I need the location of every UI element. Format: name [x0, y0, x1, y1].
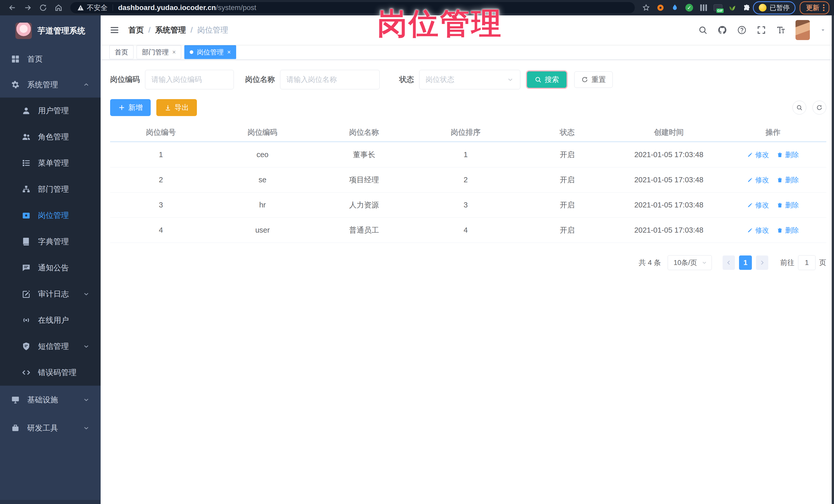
del-icon: [777, 227, 783, 234]
sidebar-item-dashboard[interactable]: 首页: [0, 46, 101, 72]
post-name-input[interactable]: [280, 70, 380, 89]
cell-id: 2: [110, 176, 212, 184]
sidebar-item-label: 系统管理: [27, 80, 58, 90]
delete-link[interactable]: 删除: [777, 200, 799, 210]
sidebar-item-label: 角色管理: [38, 132, 69, 142]
close-tab-icon[interactable]: ×: [227, 49, 231, 55]
hide-search-button[interactable]: [792, 101, 806, 114]
sidebar-item-dept[interactable]: 部门管理: [0, 176, 101, 202]
help-icon[interactable]: [737, 25, 747, 35]
home-icon[interactable]: [53, 3, 64, 13]
table-row: 4user普通员工4开启2021-01-05 17:03:48修改删除: [110, 218, 826, 243]
delete-link[interactable]: 删除: [777, 150, 799, 159]
sidebar-item-online[interactable]: 在线用户: [0, 307, 101, 333]
cell-status: 开启: [517, 225, 618, 236]
security-label[interactable]: 不安全: [87, 3, 108, 12]
font-size-icon[interactable]: [776, 25, 786, 35]
post-code-input[interactable]: [145, 70, 234, 89]
sidebar-item-menu[interactable]: 菜单管理: [0, 150, 101, 176]
user-avatar[interactable]: [795, 20, 810, 40]
browser-menu-icon[interactable]: [823, 4, 825, 11]
status-select-placeholder: 岗位状态: [425, 75, 454, 85]
table-row: 2se项目经理2开启2021-01-05 17:03:48修改删除: [110, 168, 826, 193]
profile-paused-badge[interactable]: 已暂停: [753, 1, 795, 14]
sidebar-item-gear[interactable]: 系统管理: [0, 72, 101, 97]
cell-sort: 1: [415, 151, 517, 159]
scrollbar-track[interactable]: [832, 16, 834, 504]
extension-sliders-icon[interactable]: [699, 3, 708, 12]
page-unit-label: 页: [819, 258, 826, 267]
extension-leaf-icon[interactable]: [728, 3, 737, 12]
hamburger-icon[interactable]: [109, 25, 119, 35]
reload-icon[interactable]: [38, 3, 48, 13]
extension-puzzle-icon[interactable]: [742, 3, 751, 12]
forward-icon[interactable]: [23, 3, 33, 13]
extension-pin-icon[interactable]: [670, 3, 679, 12]
delete-link-label: 删除: [785, 175, 799, 184]
reset-button[interactable]: 重置: [574, 71, 613, 88]
close-tab-icon[interactable]: ×: [172, 49, 176, 55]
sidebar-item-label: 错误码管理: [38, 367, 76, 378]
sidebar-item-user[interactable]: 用户管理: [0, 97, 101, 124]
column-header: 岗位编码: [212, 127, 313, 138]
dashboard-icon: [11, 54, 20, 64]
delete-link[interactable]: 删除: [777, 175, 799, 184]
sms-icon: [22, 342, 31, 351]
page-tab-0[interactable]: 首页: [109, 45, 133, 59]
table-row: 1ceo董事长1开启2021-01-05 17:03:48修改删除: [110, 142, 826, 168]
browser-update-button[interactable]: 更新: [799, 1, 829, 14]
paused-label: 已暂停: [770, 3, 790, 12]
sidebar-item-infra[interactable]: 基础设施: [0, 386, 101, 414]
url-host[interactable]: dashboard.yudao.iocoder.cn: [118, 4, 216, 12]
sidebar-item-post[interactable]: 岗位管理: [0, 202, 101, 228]
delete-link[interactable]: 删除: [777, 226, 799, 235]
search-button[interactable]: 搜索: [527, 71, 567, 88]
edit-link[interactable]: 修改: [747, 175, 769, 184]
extension-check-icon[interactable]: ✓: [685, 3, 694, 12]
page-size-select[interactable]: 10条/页: [668, 255, 712, 270]
fullscreen-icon[interactable]: [756, 25, 766, 35]
row-actions: 修改删除: [720, 150, 826, 159]
goto-page-input[interactable]: [798, 255, 815, 270]
add-button[interactable]: 新增: [110, 99, 151, 116]
extension-orange-icon[interactable]: [656, 3, 665, 12]
column-header: 状态: [517, 127, 618, 138]
cell-name: 人力资源: [313, 200, 415, 210]
bookmark-star-icon[interactable]: [641, 3, 651, 12]
edit-link[interactable]: 修改: [747, 226, 769, 235]
sidebar-item-notice[interactable]: 通知公告: [0, 255, 101, 281]
refresh-table-button[interactable]: [812, 101, 826, 114]
sidebar-item-tools[interactable]: 研发工具: [0, 414, 101, 442]
divider: [113, 4, 113, 11]
sidebar-item-dict[interactable]: 字典管理: [0, 228, 101, 255]
page-tab-2[interactable]: 岗位管理×: [184, 45, 236, 59]
edit-link[interactable]: 修改: [747, 150, 769, 159]
status-select[interactable]: 岗位状态: [419, 70, 520, 89]
app-logo-row[interactable]: 芋道管理系统: [0, 16, 101, 46]
next-page-button[interactable]: [756, 256, 768, 270]
edit-link[interactable]: 修改: [747, 200, 769, 210]
chevron-down-icon[interactable]: [820, 27, 826, 34]
breadcrumb-system[interactable]: 系统管理: [155, 25, 186, 36]
back-icon[interactable]: [7, 3, 18, 13]
breadcrumb-home[interactable]: 首页: [128, 25, 144, 36]
sidebar-item-audit[interactable]: 审计日志: [0, 281, 101, 307]
chevron-down-icon: [701, 260, 707, 266]
current-page-button[interactable]: 1: [739, 256, 752, 270]
prev-page-button[interactable]: [723, 256, 735, 270]
sidebar-menu: 首页系统管理用户管理角色管理菜单管理部门管理岗位管理字典管理通知公告审计日志在线…: [0, 46, 101, 442]
export-button-label: 导出: [175, 103, 189, 112]
url-path[interactable]: /system/post: [216, 4, 256, 12]
page-tab-1[interactable]: 部门管理×: [136, 45, 181, 59]
search-icon[interactable]: [698, 25, 708, 35]
export-button[interactable]: 导出: [156, 99, 197, 116]
sidebar-item-role[interactable]: 角色管理: [0, 124, 101, 150]
sidebar-item-errcode[interactable]: 错误码管理: [0, 359, 101, 386]
address-bar[interactable]: 不安全 dashboard.yudao.iocoder.cn /system/p…: [70, 2, 635, 13]
cell-status: 开启: [517, 200, 618, 210]
tab-label: 首页: [115, 48, 128, 57]
notice-icon: [22, 263, 31, 272]
sidebar-item-sms[interactable]: 短信管理: [0, 333, 101, 359]
github-icon[interactable]: [718, 25, 727, 35]
extension-gif-icon[interactable]: GIF: [714, 3, 723, 12]
